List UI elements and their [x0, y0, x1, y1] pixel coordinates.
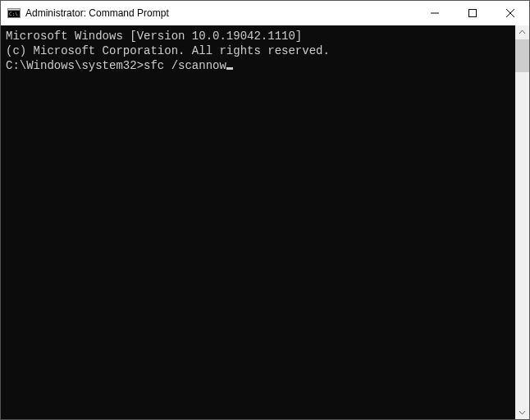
- terminal-prompt: C:\Windows\system32>: [6, 59, 144, 72]
- maximize-button[interactable]: [454, 1, 491, 25]
- close-button[interactable]: [491, 1, 529, 25]
- terminal-output[interactable]: Microsoft Windows [Version 10.0.19042.11…: [1, 25, 515, 419]
- scroll-up-button[interactable]: [515, 25, 529, 39]
- scrollbar-track[interactable]: [515, 39, 529, 405]
- cursor-icon: [226, 67, 233, 70]
- scrollbar-thumb[interactable]: [515, 39, 529, 72]
- terminal-prompt-line: C:\Windows\system32>sfc /scannow: [6, 58, 515, 73]
- titlebar[interactable]: C:\ Administrator: Command Prompt: [1, 1, 529, 25]
- chevron-down-icon: [519, 409, 526, 416]
- cmd-icon: C:\: [7, 7, 21, 20]
- svg-text:C:\: C:\: [9, 11, 18, 16]
- client-area: Microsoft Windows [Version 10.0.19042.11…: [1, 25, 529, 419]
- chevron-up-icon: [519, 29, 526, 36]
- scroll-down-button[interactable]: [515, 405, 529, 419]
- svg-rect-3: [469, 10, 477, 17]
- vertical-scrollbar[interactable]: [515, 25, 529, 419]
- window-controls: [416, 1, 529, 25]
- terminal-line: Microsoft Windows [Version 10.0.19042.11…: [6, 29, 515, 43]
- command-prompt-window: C:\ Administrator: Command Prompt Micros…: [0, 0, 530, 420]
- minimize-button[interactable]: [416, 1, 454, 25]
- terminal-input[interactable]: sfc /scannow: [144, 59, 226, 72]
- terminal-line: (c) Microsoft Corporation. All rights re…: [6, 43, 515, 58]
- window-title: Administrator: Command Prompt: [25, 7, 416, 19]
